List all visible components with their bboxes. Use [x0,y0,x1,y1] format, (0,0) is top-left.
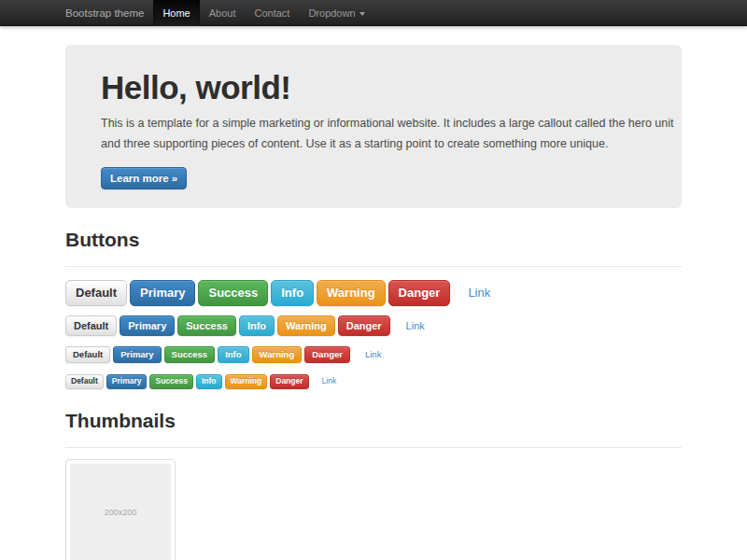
warning-button-large[interactable]: Warning [317,280,386,306]
info-button-large[interactable]: Info [271,280,314,306]
button-row-default: DefaultPrimarySuccessInfoWarningDangerLi… [65,315,682,336]
default-button-extra-small[interactable]: Default [65,374,104,388]
nav-item-label: Home [162,7,190,19]
thumbnails-section-header: Thumbnails [65,410,682,448]
learn-more-button[interactable]: Learn more » [101,167,187,189]
danger-button-large[interactable]: Danger [388,280,451,306]
link-button-default[interactable]: Link [398,315,433,336]
success-button-default[interactable]: Success [177,315,236,336]
navbar: Bootstrap theme HomeAboutContactDropdown [0,0,747,26]
default-button-default[interactable]: Default [65,315,117,336]
thumbnail-row: 200x200 [65,448,682,560]
link-button-small[interactable]: Link [358,346,388,363]
jumbotron-title: Hello, world! [101,71,669,105]
warning-button-extra-small[interactable]: Warning [225,374,268,388]
nav-item-label: Contact [254,7,289,19]
navbar-brand[interactable]: Bootstrap theme [65,0,144,26]
buttons-section-header: Buttons [65,229,682,267]
thumbnails-section-title: Thumbnails [65,410,682,432]
nav-item-dropdown[interactable]: Dropdown [299,0,374,26]
danger-button-small[interactable]: Danger [304,346,350,363]
nav-item-label: Dropdown [308,7,355,19]
button-rows: DefaultPrimarySuccessInfoWarningDangerLi… [65,267,682,389]
danger-button-extra-small[interactable]: Danger [270,374,308,388]
default-button-small[interactable]: Default [65,346,110,363]
primary-button-extra-small[interactable]: Primary [106,374,148,388]
nav-item-home[interactable]: Home [153,0,199,26]
success-button-extra-small[interactable]: Success [149,374,193,388]
success-button-small[interactable]: Success [164,346,216,363]
thumbnail-placeholder-image: 200x200 [70,464,171,560]
jumbotron-description-line: and three supporting pieces of content. … [101,133,669,154]
nav-item-about[interactable]: About [200,0,246,26]
default-button-large[interactable]: Default [65,280,127,306]
nav-item-label: About [209,7,236,19]
warning-button-small[interactable]: Warning [252,346,303,363]
caret-down-icon [359,12,365,16]
primary-button-large[interactable]: Primary [130,280,195,306]
button-row-small: DefaultPrimarySuccessInfoWarningDangerLi… [65,345,682,363]
danger-button-default[interactable]: Danger [338,315,390,336]
primary-button-default[interactable]: Primary [120,315,175,336]
nav-item-contact[interactable]: Contact [245,0,299,26]
navbar-nav: HomeAboutContactDropdown [153,0,374,26]
button-row-large: DefaultPrimarySuccessInfoWarningDangerLi… [65,280,682,306]
success-button-large[interactable]: Success [198,280,268,306]
jumbotron-description: This is a template for a simple marketin… [101,113,669,154]
warning-button-default[interactable]: Warning [277,315,335,336]
thumbnail-placeholder-label: 200x200 [105,508,137,517]
primary-button-small[interactable]: Primary [113,346,161,363]
jumbotron: Hello, world! This is a template for a s… [65,45,682,208]
buttons-section-title: Buttons [65,229,682,251]
link-button-large[interactable]: Link [458,280,500,306]
button-row-extra-small: DefaultPrimarySuccessInfoWarningDangerLi… [65,372,682,389]
jumbotron-description-line: This is a template for a simple marketin… [101,113,669,133]
info-button-extra-small[interactable]: Info [196,374,222,388]
info-button-small[interactable]: Info [218,346,248,363]
info-button-default[interactable]: Info [239,315,275,336]
thumbnail[interactable]: 200x200 [65,459,176,560]
link-button-extra-small[interactable]: Link [317,374,343,388]
